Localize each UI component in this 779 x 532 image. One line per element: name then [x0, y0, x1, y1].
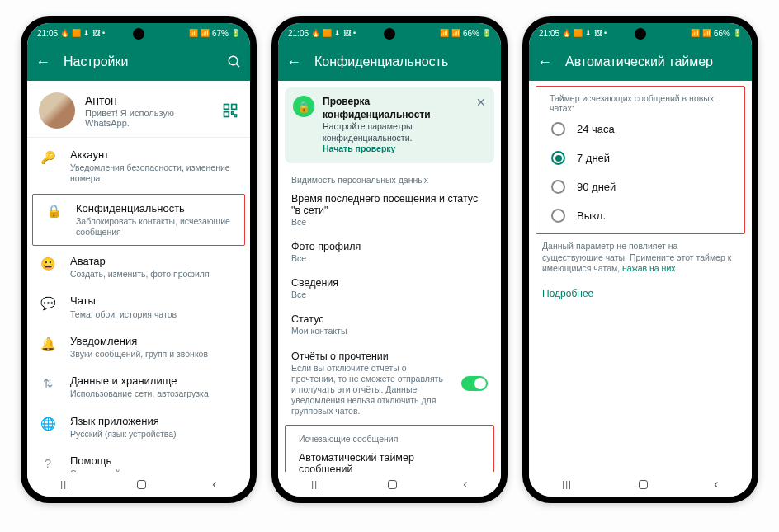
close-icon[interactable]: ✕ — [476, 96, 486, 109]
item-title: Уведомления — [70, 335, 237, 348]
radio-button[interactable] — [551, 209, 565, 223]
settings-item-account[interactable]: 🔑 Аккаунт Уведомления безопасности, изме… — [27, 141, 250, 192]
privacy-checkup-banner[interactable]: 🔒 Проверка конфиденциальности Настройте … — [285, 87, 494, 163]
back-icon[interactable]: ← — [286, 54, 301, 71]
radio-button[interactable] — [551, 180, 565, 194]
settings-item-help[interactable]: ? Помощь Справочный центр, связь с нами,… — [27, 447, 250, 472]
image-icon: 🖼 — [594, 29, 602, 37]
download-icon: ⬇ — [334, 29, 341, 37]
back-icon[interactable]: ← — [35, 54, 50, 71]
item-title: Помощь — [70, 454, 237, 468]
highlight-disappearing: Исчезающие сообщения Автоматический тайм… — [285, 425, 494, 472]
nav-back[interactable]: ‹ — [714, 477, 718, 492]
image-icon: 🖼 — [343, 29, 351, 37]
settings-item-privacy[interactable]: 🔒 Конфиденциальность Заблокировать конта… — [33, 195, 244, 246]
read-receipts-toggle[interactable] — [461, 376, 488, 391]
nav-home[interactable] — [388, 480, 397, 489]
timer-option-2[interactable]: 90 дней — [536, 172, 744, 201]
wifi-icon: 📶 — [440, 29, 449, 37]
settings-item-chats[interactable]: 💬 Чаты Тема, обои, история чатов — [27, 287, 250, 327]
nav-home[interactable] — [639, 480, 648, 489]
privacy-read-receipts[interactable]: Отчёты о прочтении Если вы отключите отч… — [278, 344, 501, 424]
settings-item-notifications[interactable]: 🔔 Уведомления Звуки сообщений, групп и з… — [27, 327, 250, 367]
settings-item-language[interactable]: 🌐 Язык приложения Русский (язык устройст… — [27, 407, 250, 447]
learn-more-link[interactable]: Подробнее — [529, 280, 752, 308]
banner-title: Проверка конфиденциальности — [323, 96, 468, 121]
item-subtitle: Звуки сообщений, групп и звонков — [70, 349, 237, 360]
status-battery: 66% — [463, 29, 479, 38]
page-title: Автоматический таймер — [565, 54, 744, 69]
app-icon: 🟧 — [323, 29, 332, 37]
timer-option-3[interactable]: Выкл. — [536, 201, 744, 230]
note-link[interactable]: нажав на них — [622, 263, 675, 273]
privacy-auto-timer[interactable]: Автоматический таймер сообщений Начинайт… — [286, 445, 493, 472]
wifi-icon: 📶 — [691, 29, 700, 37]
item-title: Данные и хранилище — [70, 374, 237, 388]
flame-icon: 🔥 — [60, 29, 69, 37]
svg-rect-3 — [232, 105, 237, 110]
item-title: Язык приложения — [70, 415, 237, 428]
banner-link[interactable]: Начать проверку — [323, 144, 395, 153]
svg-rect-6 — [234, 115, 237, 117]
app-icon: 🟧 — [574, 29, 583, 37]
more-icon: • — [102, 29, 105, 37]
settings-item-storage[interactable]: ⇅ Данные и хранилище Использование сети,… — [27, 367, 250, 407]
privacy-photo[interactable]: Фото профиля Все — [278, 234, 501, 271]
section-disappearing: Исчезающие сообщения — [286, 429, 493, 445]
timer-option-0[interactable]: 24 часа — [536, 115, 744, 144]
camera-notch — [384, 28, 395, 40]
shield-icon: 🔒 — [293, 96, 314, 117]
item-title: Сведения — [291, 277, 488, 289]
status-time: 21:05 — [37, 29, 58, 38]
signal-icon: 📶 — [451, 29, 460, 37]
data-icon: ⇅ — [40, 374, 55, 391]
banner-text: Настройте параметры конфиденциальности. — [323, 121, 413, 143]
status-time: 21:05 — [539, 29, 559, 38]
item-subtitle: Уведомления безопасности, изменение номе… — [70, 162, 237, 184]
privacy-last-seen[interactable]: Время последнего посещения и статус "в с… — [278, 186, 501, 234]
nav-recents[interactable]: ||| — [562, 479, 572, 489]
svg-point-0 — [229, 56, 238, 65]
qr-icon[interactable] — [222, 102, 238, 119]
nav-recents[interactable]: ||| — [60, 479, 70, 489]
item-subtitle: Тема, обои, история чатов — [70, 309, 237, 320]
avatar — [39, 92, 75, 129]
nav-home[interactable] — [137, 480, 146, 489]
radio-button[interactable] — [551, 151, 565, 165]
nav-back[interactable]: ‹ — [212, 477, 216, 492]
item-value: Мои контакты — [291, 326, 488, 337]
signal-icon: 📶 — [201, 29, 210, 37]
status-battery: 66% — [714, 29, 730, 38]
highlight-privacy: 🔒 Конфиденциальность Заблокировать конта… — [32, 194, 245, 247]
status-battery: 67% — [212, 29, 229, 38]
flame-icon: 🔥 — [562, 29, 571, 37]
phone-settings: 21:05 🔥 🟧 ⬇ 🖼 • 📶 📶 67% 🔋 ← Настройки — [21, 16, 257, 503]
divider — [27, 137, 250, 138]
item-value: Все — [291, 217, 488, 228]
image-icon: 🖼 — [92, 29, 100, 37]
settings-item-avatar[interactable]: 😀 Аватар Создать, изменить, фото профиля — [27, 247, 250, 287]
svg-line-1 — [236, 64, 239, 67]
svg-rect-4 — [224, 112, 229, 117]
timer-option-1[interactable]: 7 дней — [536, 144, 744, 172]
lock-icon: 🔒 — [46, 202, 61, 219]
back-icon[interactable]: ← — [537, 54, 552, 71]
download-icon: ⬇ — [83, 29, 90, 37]
radio-button[interactable] — [551, 122, 565, 136]
item-value: Все — [291, 253, 488, 264]
profile-row[interactable]: Антон Привет! Я использую WhatsApp. — [27, 81, 250, 137]
nav-recents[interactable]: ||| — [311, 479, 321, 489]
search-icon[interactable] — [227, 54, 242, 69]
battery-icon: 🔋 — [231, 29, 240, 37]
status-time: 21:05 — [288, 29, 309, 38]
item-subtitle: Использование сети, автозагрузка — [70, 388, 237, 399]
item-title: Чаты — [70, 294, 237, 308]
phone-privacy: 21:05 🔥 🟧 ⬇ 🖼 • 📶 📶 66% 🔋 ← Конфиденциал… — [271, 16, 508, 503]
nav-back[interactable]: ‹ — [463, 477, 467, 492]
privacy-about[interactable]: Сведения Все — [278, 271, 501, 307]
item-title: Статус — [291, 313, 488, 325]
signal-icon: 📶 — [702, 29, 711, 37]
item-title: Аватар — [70, 255, 237, 268]
privacy-status[interactable]: Статус Мои контакты — [278, 307, 501, 343]
item-title: Конфиденциальность — [76, 202, 231, 215]
